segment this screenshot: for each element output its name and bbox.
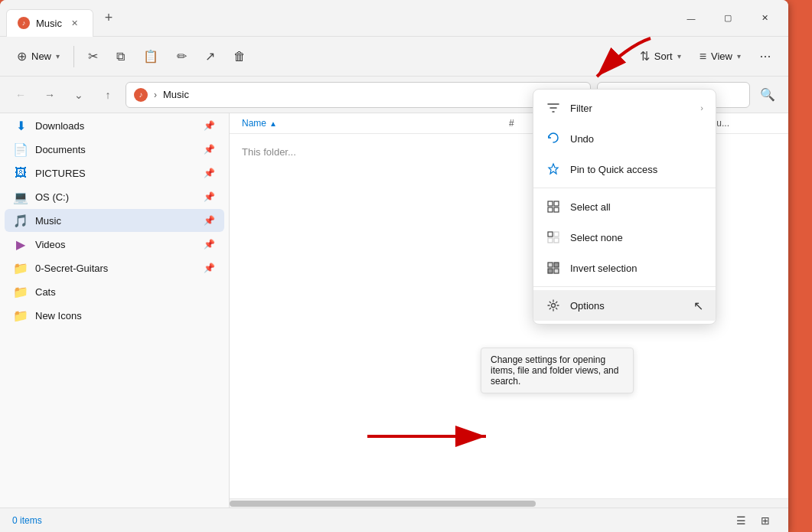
music-icon: 🎵: [14, 214, 28, 227]
address-path: Music: [163, 89, 189, 100]
pin-videos-icon: 📌: [204, 239, 215, 250]
toolbar-sep-1: [73, 46, 74, 67]
search-expand-button[interactable]: 🔍: [756, 83, 779, 106]
menu-item-options[interactable]: Options ↖: [533, 290, 716, 321]
name-column-header[interactable]: Name ▲: [242, 118, 509, 129]
sidebar-cats-label: Cats: [35, 286, 215, 298]
address-box[interactable]: ♪ › Music ▾ ↻: [126, 82, 591, 108]
name-sort-icon: ▲: [269, 119, 277, 128]
tooltip-box: Change settings for opening items, file …: [481, 348, 634, 393]
pictures-icon: 🖼: [14, 166, 28, 180]
list-view-button[interactable]: ☰: [730, 511, 752, 530]
filter-submenu-icon: ›: [700, 103, 703, 113]
empty-message-text: This folder...: [242, 146, 296, 158]
view-chevron-icon: ▾: [737, 52, 741, 60]
view-icon: ≡: [699, 50, 706, 64]
sidebar-item-secret-guitars[interactable]: 📁 0-Secret-Guitars 📌: [5, 256, 224, 279]
sidebar-secret-guitars-label: 0-Secret-Guitars: [35, 263, 196, 274]
new-tab-button[interactable]: +: [96, 6, 121, 31]
sidebar-item-osc[interactable]: 💻 OS (C:) 📌: [5, 185, 224, 208]
status-actions: ☰ ⊞: [730, 511, 776, 530]
sidebar-item-videos[interactable]: ▶ Videos 📌: [5, 233, 224, 256]
address-music-icon: ♪: [134, 88, 148, 102]
svg-rect-2: [548, 207, 553, 212]
maximize-button[interactable]: ▢: [710, 6, 745, 31]
tooltip-text: Change settings for opening items, file …: [491, 354, 618, 387]
pin-label: Pin to Quick access: [570, 164, 703, 175]
grid-view-button[interactable]: ⊞: [755, 511, 776, 530]
sidebar-item-new-icons[interactable]: 📁 New Icons: [5, 304, 224, 327]
cut-icon: ✂: [88, 49, 98, 64]
tab-label: Music: [36, 18, 62, 29]
select-none-label: Select none: [570, 232, 703, 243]
sidebar-item-documents[interactable]: 📄 Documents 📌: [5, 138, 224, 161]
sidebar-music-label: Music: [35, 215, 196, 227]
menu-item-invert[interactable]: Invert selection: [533, 253, 716, 283]
horizontal-scrollbar[interactable]: [230, 498, 788, 508]
select-none-icon: [546, 230, 561, 245]
pin-osc-icon: 📌: [204, 191, 215, 202]
music-tab[interactable]: ♪ Music ✕: [6, 9, 93, 37]
copy-button[interactable]: ⧉: [109, 45, 132, 68]
sidebar-pictures-label: PICTURES: [35, 168, 196, 179]
recent-locations-button[interactable]: ⌄: [67, 83, 90, 106]
back-button[interactable]: ←: [9, 83, 32, 106]
menu-item-filter[interactable]: Filter ›: [533, 93, 716, 123]
sidebar-item-pictures[interactable]: 🖼 PICTURES 📌: [5, 162, 224, 184]
tab-area: ♪ Music ✕ +: [6, 0, 673, 36]
window-controls: — ▢ ✕: [673, 6, 782, 31]
invert-label: Invert selection: [570, 263, 703, 274]
more-options-button[interactable]: ···: [752, 43, 779, 70]
sort-chevron-icon: ▾: [677, 52, 681, 60]
scroll-thumb[interactable]: [230, 501, 536, 507]
view-label: View: [711, 51, 732, 62]
tab-music-icon: ♪: [18, 17, 30, 29]
menu-item-undo[interactable]: Undo: [533, 123, 716, 154]
undo-icon: [546, 131, 561, 146]
close-button[interactable]: ✕: [747, 6, 782, 31]
status-items-count: 0 items: [12, 515, 42, 526]
menu-separator-1: [533, 188, 716, 188]
cut-button[interactable]: ✂: [80, 44, 106, 68]
tab-close-button[interactable]: ✕: [68, 16, 82, 30]
pin-documents-icon: 📌: [204, 144, 215, 155]
svg-rect-7: [554, 238, 559, 243]
minimize-button[interactable]: —: [673, 6, 709, 31]
rename-icon: ✏: [177, 49, 187, 64]
delete-button[interactable]: 🗑: [226, 45, 253, 68]
svg-rect-4: [548, 232, 553, 237]
new-label: New: [31, 51, 51, 62]
more-options-icon: ···: [759, 48, 771, 64]
sidebar-documents-label: Documents: [35, 144, 196, 155]
pin-secret-guitars-icon: 📌: [204, 263, 215, 273]
sidebar-item-downloads[interactable]: ⬇ Downloads 📌: [5, 114, 224, 137]
sidebar-videos-label: Videos: [35, 239, 196, 250]
sidebar-item-music[interactable]: 🎵 Music 📌: [5, 209, 224, 232]
cats-icon: 📁: [14, 285, 28, 299]
svg-rect-0: [548, 201, 553, 206]
forward-button[interactable]: →: [38, 83, 61, 106]
svg-rect-1: [554, 201, 559, 206]
downloads-icon: ⬇: [14, 119, 28, 132]
rename-button[interactable]: ✏: [169, 44, 194, 68]
paste-button[interactable]: 📋: [135, 44, 166, 68]
pin-downloads-icon: 📌: [204, 120, 215, 131]
pin-icon: [546, 162, 561, 177]
menu-item-pin[interactable]: Pin to Quick access: [533, 154, 716, 184]
status-bar: 0 items ☰ ⊞: [0, 508, 788, 532]
red-arrow-1: [582, 31, 673, 92]
share-icon: ↗: [205, 49, 215, 64]
sidebar-item-cats[interactable]: 📁 Cats: [5, 280, 224, 303]
name-header-label: Name: [242, 118, 266, 129]
menu-item-select-none[interactable]: Select none: [533, 222, 716, 253]
view-button[interactable]: ≡ View ▾: [692, 45, 748, 68]
pin-pictures-icon: 📌: [204, 168, 215, 178]
delete-icon: 🗑: [233, 50, 246, 64]
svg-rect-8: [548, 263, 553, 267]
share-button[interactable]: ↗: [197, 44, 223, 68]
context-menu: Filter › Undo Pin to Quick access: [533, 89, 716, 325]
up-button[interactable]: ↑: [96, 83, 119, 106]
new-button[interactable]: ⊕ New ▾: [9, 44, 67, 68]
menu-item-select-all[interactable]: Select all: [533, 191, 716, 222]
red-arrow-2: [360, 413, 513, 459]
